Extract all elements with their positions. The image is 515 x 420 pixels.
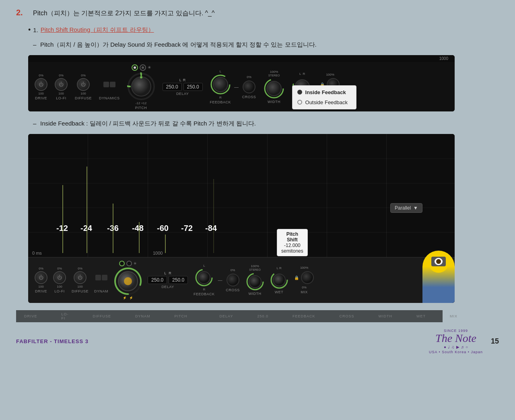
diffuse-power[interactable]: ⏻	[77, 78, 90, 91]
large-pitch-group: ✳ ⚡⚡	[114, 261, 142, 300]
feedback-knob[interactable]	[210, 74, 231, 95]
the-note-logo: SINCE 1999 The Note ●♩♫▶♬○ USA • South K…	[429, 329, 483, 354]
strip-pitch: PITCH	[175, 314, 187, 318]
strip-delay: DELAY	[220, 314, 233, 318]
drive-power[interactable]: ⏻	[35, 78, 47, 91]
large-width-group: 100%STEREO WIDTH	[246, 264, 264, 296]
logo-script: The Note	[435, 333, 476, 344]
pitch-range: -12 +12	[136, 101, 146, 105]
large-panel-controls: 0% ⏻ 100 DRIVE 0% ⏻ 100 LO-FI 0% ⏻ 1	[28, 257, 455, 303]
db-label-72: -72	[181, 224, 193, 233]
large-delay-group: LR 250.0 250.0 DELAY	[148, 271, 188, 289]
large-drive-group: 0% ⏻ 100 DRIVE	[35, 267, 47, 293]
inside-feedback-option[interactable]: Inside Feedback	[293, 87, 356, 97]
large-mix-knob[interactable]	[300, 270, 315, 285]
inside-feedback-radio	[297, 90, 302, 95]
diffuse-group: 0% ⏻ 100 DIFFUSE	[75, 74, 92, 100]
lofi-group: 0% ⏻ 100 LO-FI	[55, 74, 68, 100]
strip-diffuse: DIFFUSE	[93, 314, 111, 318]
pitch-tooltip: Pitch Shift -12.000 semitones	[277, 229, 308, 256]
footer-right: SINCE 1999 The Note ●♩♫▶♬○ USA • South K…	[429, 329, 499, 354]
pitch-dropdown[interactable]: Inside Feedback Outside Feedback	[292, 85, 356, 109]
bullet-dot: •	[28, 26, 31, 34]
large-diffuse-group: 0% ⏻ 100 DIFFUSE	[72, 267, 89, 293]
delay-label: DELAY	[176, 92, 189, 96]
large-width-knob[interactable]	[246, 272, 264, 291]
db-label-60: -60	[157, 224, 169, 233]
large-wet-knob[interactable]	[270, 271, 288, 289]
strip-mix: MIX	[450, 314, 457, 318]
lofi-power[interactable]: ⏻	[55, 78, 68, 91]
dynamics-power[interactable]	[103, 78, 116, 91]
cross-label: CROSS	[242, 95, 256, 99]
large-dynamics-group: x x DYNAM	[94, 267, 108, 293]
strip-dynamics: DYNAM	[135, 314, 150, 318]
pitch-area: ✳ -12 +12 PITCH	[127, 64, 155, 110]
svg-point-22	[273, 274, 285, 286]
width-knob[interactable]	[264, 78, 284, 99]
large-diffuse-power[interactable]: ⏻	[74, 271, 87, 284]
svg-point-23	[301, 272, 313, 284]
large-delay-l: 250.0	[148, 276, 167, 284]
diffuse-label: DIFFUSE	[75, 96, 92, 100]
large-delay-r: 250.0	[169, 276, 188, 284]
parallel-button[interactable]: Parallel ▼	[390, 203, 422, 213]
time-end: 1000	[153, 251, 163, 255]
eq-display: -12 -24 -36 -48 -60 -72 -84 0 ms	[28, 134, 455, 257]
strip-wet: WET	[416, 314, 426, 318]
drive-label: DRIVE	[35, 96, 47, 100]
large-wet-group: L R WET	[270, 266, 288, 294]
minion-character	[422, 251, 455, 303]
step-header: 2. Pitch（피치）는 기본적으로 2가지 모드를 가지고 있습니다. ^_…	[16, 8, 499, 19]
svg-point-1	[132, 77, 151, 96]
svg-point-7	[267, 81, 281, 96]
large-cross-knob[interactable]	[226, 273, 240, 287]
large-drive-power[interactable]: ⏻	[35, 271, 47, 284]
svg-point-5	[243, 81, 255, 93]
cross-knob[interactable]	[242, 80, 256, 94]
svg-point-17	[198, 272, 210, 284]
plugin-panel-large: Inside Feedback -1	[28, 134, 455, 303]
bullet-section: • 1. Pitch Shift Routing（피치 쉬프트 라우팅） Pit…	[28, 26, 499, 303]
width-label: WIDTH	[268, 100, 280, 104]
large-pitch-knob[interactable]	[114, 267, 142, 295]
bullet-title-link[interactable]: Pitch Shift Routing（피치 쉬프트 라우팅）	[41, 26, 154, 34]
strip-drive: DRIVE	[24, 314, 37, 318]
svg-point-20	[249, 276, 261, 288]
large-mix-group: 100% 🔒 0% MIX	[294, 266, 315, 294]
db-label-48: -48	[132, 224, 144, 233]
footer-brand: FABFILTER - TIMELESS 3	[16, 338, 89, 344]
drive-group: 0% ⏻ 100 DRIVE	[35, 74, 47, 100]
bullet-title: • 1. Pitch Shift Routing（피치 쉬프트 라우팅）	[28, 26, 499, 34]
step-number: 2.	[16, 8, 28, 17]
dynamics-label: DYNAMICS	[99, 96, 120, 100]
delay-l-value: 250.0	[163, 83, 182, 91]
large-lofi-power[interactable]: ⏻	[53, 271, 66, 284]
svg-point-18	[227, 274, 239, 286]
bottom-strip: DRIVE LO-FI DIFFUSE DYNAM PITCH DELAY 25…	[16, 310, 443, 322]
large-lofi-group: 0% ⏻ 100 LO-FI	[53, 267, 66, 293]
large-feedback-group: L R FEEDBACK	[194, 264, 215, 296]
large-feedback-knob[interactable]	[195, 268, 213, 287]
description-1: Pitch（피치 / 음 높이）가 Delay Sound 와 Feedback…	[40, 40, 499, 49]
delay-group: L R 250.0 250.0 DELAY	[163, 78, 203, 96]
large-feedback-cross: L R FEEDBACK — 0%	[194, 264, 240, 296]
large-pitch-area: ✳ ⚡⚡	[114, 261, 142, 300]
outside-feedback-option[interactable]: Outside Feedback	[293, 97, 356, 107]
pitch-knob-svg[interactable]	[127, 72, 155, 101]
pitch-group: ✳ -12 +12 PITCH	[127, 64, 155, 110]
svg-point-4	[213, 77, 228, 92]
pitch-label: PITCH	[135, 106, 147, 110]
dynamics-group: 0% 100 DYNAMICS	[99, 74, 120, 100]
large-cross-group: 0% CROSS	[226, 268, 240, 292]
feedback-label: FEEDBACK	[210, 100, 231, 104]
page-footer: FABFILTER - TIMELESS 3 SINCE 1999 The No…	[16, 329, 499, 354]
logo-sub: USA • South Korea • Japan	[429, 350, 483, 354]
svg-point-15	[124, 277, 132, 285]
feedback-group: L R FEEDBACK	[210, 70, 231, 104]
page-container: 2. Pitch（피치）는 기본적으로 2가지 모드를 가지고 있습니다. ^_…	[0, 0, 515, 362]
db-label-84: -84	[205, 224, 217, 233]
cross-group: 0% CROSS	[242, 75, 256, 99]
strip-250l: 250.0	[257, 314, 268, 318]
large-dynamics-power[interactable]	[95, 271, 108, 284]
